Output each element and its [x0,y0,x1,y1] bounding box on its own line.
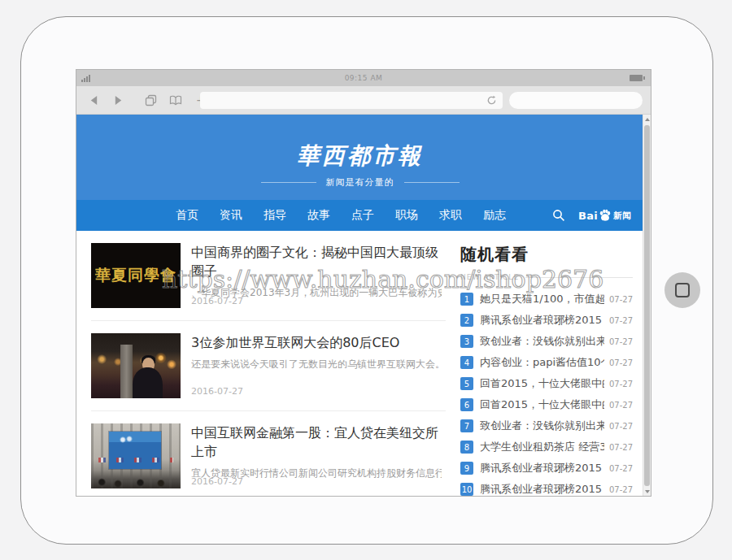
sidebar-item-date: 07-27 [609,380,633,389]
article-date: 2016-07-27 [191,296,243,306]
sidebar-item-4[interactable]: 4 内容创业：papi酱估值10个 07-27 [460,356,633,369]
sidebar-item-date: 07-27 [609,295,633,304]
scrollbar[interactable] [643,115,651,497]
rank-badge: 2 [460,314,473,327]
sidebar-item-date: 07-27 [609,316,633,325]
rank-badge: 3 [460,335,473,348]
nav-item-story[interactable]: 故事 [307,208,330,223]
browser-search-field[interactable] [509,92,643,109]
rank-badge: 10 [460,483,473,496]
sidebar-item-9[interactable]: 9 腾讯系创业者琅琊榜2015：麒 07-27 [460,462,633,475]
site-tagline: 新闻是有分量的 [326,176,394,189]
tablet-screen: 09:15 AM + [76,69,651,497]
sidebar-item-title: 回首2015，十位大佬眼中的 [480,397,604,412]
baidu-logo-text: Bai [578,210,598,222]
sidebar-item-date: 07-27 [609,443,633,452]
rank-badge: 4 [460,356,473,369]
sidebar-item-1[interactable]: 1 她只是天猫1/100，市值超天 07-27 [460,293,633,306]
status-bar: 09:15 AM [76,70,651,86]
rank-badge: 6 [460,398,473,411]
sidebar-item-5[interactable]: 5 回首2015，十位大佬眼中的 07-27 [460,377,633,390]
sidebar-item-title: 她只是天猫1/100，市值超天 [480,292,604,306]
sidebar-item-title: 致创业者：没钱你就别出来创 [480,419,604,433]
article-title[interactable]: 中国商界的圈子文化：揭秘中国四大最顶级圈子 [191,243,442,280]
article-3-thumbnail [91,423,181,488]
tabs-button[interactable] [142,94,159,106]
sidebar-item-8[interactable]: 8 大学生创业租奶茶店 经营3月 07-27 [460,441,633,454]
article-title[interactable]: 3位参加世界互联网大会的80后CEO [191,333,442,352]
baidu-news-logo[interactable]: Bai 新闻 [578,209,631,222]
sidebar-subtitle-row: NEW ARTICLE [460,273,633,281]
tablet-frame: 09:15 AM + [20,16,713,545]
sidebar-item-title: 回首2015，十位大佬眼中的 [480,376,604,391]
photo-person-body [133,367,163,398]
refresh-button[interactable] [483,92,500,109]
article-2-body: 3位参加世界互联网大会的80后CEO 还是要来说说今天吸引了无数目光的乌镇世界互… [191,333,442,398]
open-book-icon [169,95,182,106]
article-1-body: 中国商界的圈子文化：揭秘中国四大最顶级圈子 、华夏同学会2013年3月，杭州出现… [191,243,442,308]
sidebar-item-date: 07-27 [609,358,633,367]
nav-item-ideas[interactable]: 点子 [351,208,374,223]
forward-button[interactable] [109,95,127,106]
nav-item-home[interactable]: 首页 [176,208,198,223]
sidebar-random-posts: 随机看看 NEW ARTICLE 1 她只是天猫1/100，市值超天 07-27 [460,231,633,497]
baidu-paw-icon [598,209,612,222]
sidebar-item-date: 07-27 [609,401,633,410]
photo-blue-banner [109,432,161,469]
sidebar-item-title: 腾讯系创业者琅琊榜2015：麒 [480,482,604,497]
article-date: 2016-07-27 [191,476,243,487]
article-row-3[interactable]: 中国互联网金融第一股：宜人贷在美纽交所上市 宜人贷最新实时行情公司新闻公司研究机… [91,411,446,497]
scroll-up-arrow-icon[interactable] [645,118,650,121]
site-search-button[interactable] [552,209,565,222]
sidebar-item-date: 07-27 [609,337,633,346]
address-bar-input[interactable] [200,92,503,109]
article-title[interactable]: 中国互联网金融第一股：宜人贷在美纽交所上市 [191,423,442,461]
home-button-square-icon [675,283,690,297]
sidebar-item-10[interactable]: 10 腾讯系创业者琅琊榜2015：麒 07-27 [460,483,633,496]
page-content: 華夏同學會 中国商界的圈子文化：揭秘中国四大最顶级圈子 、华夏同学会2013年3… [76,231,643,497]
sidebar-list: 1 她只是天猫1/100，市值超天 07-27 2 腾讯系创业者琅琊榜2015：… [460,293,633,496]
nav-right-group: Bai 新闻 [552,209,631,222]
article-row-2[interactable]: 3位参加世界互联网大会的80后CEO 还是要来说说今天吸引了无数目光的乌镇世界互… [91,321,446,411]
sidebar-item-date: 07-27 [609,422,633,431]
site-logo[interactable]: 華西都市報 [76,141,643,171]
sidebar-title: 随机看看 [460,244,633,266]
sidebar-item-7[interactable]: 7 致创业者：没钱你就别出来创 07-27 [460,419,633,432]
rank-badge: 8 [460,441,473,454]
rank-badge: 1 [460,293,473,306]
sidebar-item-title: 大学生创业租奶茶店 经营3月 [480,440,604,454]
baidu-logo-suffix: 新闻 [613,210,631,222]
article-1-thumbnail: 華夏同學會 [91,243,181,308]
nav-item-news[interactable]: 资讯 [220,208,242,223]
scroll-down-arrow-icon[interactable] [645,490,650,493]
nav-item-inspiration[interactable]: 励志 [483,208,506,223]
nav-item-workplace[interactable]: 职场 [395,208,418,223]
sidebar-item-6[interactable]: 6 回首2015，十位大佬眼中的 07-27 [460,398,633,411]
back-button[interactable] [85,95,102,106]
nav-item-jobs[interactable]: 求职 [439,208,462,223]
article-2-thumbnail [91,333,181,398]
sidebar-item-2[interactable]: 2 腾讯系创业者琅琊榜2015：麒 07-27 [460,314,633,327]
photo-flags [98,458,173,462]
photo-street-crowd [91,478,181,488]
rank-badge: 7 [460,419,473,432]
article-excerpt: 还是要来说说今天吸引了无数目光的乌镇世界互联网大会。八姐 [191,358,442,371]
sidebar-subtitle: NEW ARTICLE [460,273,519,281]
tabs-icon [145,94,157,106]
article-row-1[interactable]: 華夏同學會 中国商界的圈子文化：揭秘中国四大最顶级圈子 、华夏同学会2013年3… [91,231,446,321]
home-button[interactable] [664,272,700,308]
battery-icon [630,75,643,81]
nav-item-guidance[interactable]: 指导 [264,208,286,223]
article-date: 2016-07-27 [191,386,243,397]
sidebar-item-date: 07-27 [609,464,633,473]
site-nav: 首页 资讯 指导 故事 点子 职场 求职 励志 [76,200,643,231]
sidebar-item-title: 内容创业：papi酱估值10个 [480,355,604,370]
bookmarks-button[interactable] [166,95,185,106]
scrollbar-thumb[interactable] [644,125,650,486]
article-3-body: 中国互联网金融第一股：宜人贷在美纽交所上市 宜人贷最新实时行情公司新闻公司研究机… [191,423,442,488]
back-arrow-icon [89,95,99,106]
sidebar-item-3[interactable]: 3 致创业者：没钱你就别出来创 07-27 [460,335,633,348]
rank-badge: 9 [460,462,473,475]
thumbnail-caption: 華夏同學會 [95,265,176,286]
browser-viewport: 華西都市報 新闻是有分量的 首页 资讯 指导 故事 点子 职场 求职 励志 [76,115,651,497]
